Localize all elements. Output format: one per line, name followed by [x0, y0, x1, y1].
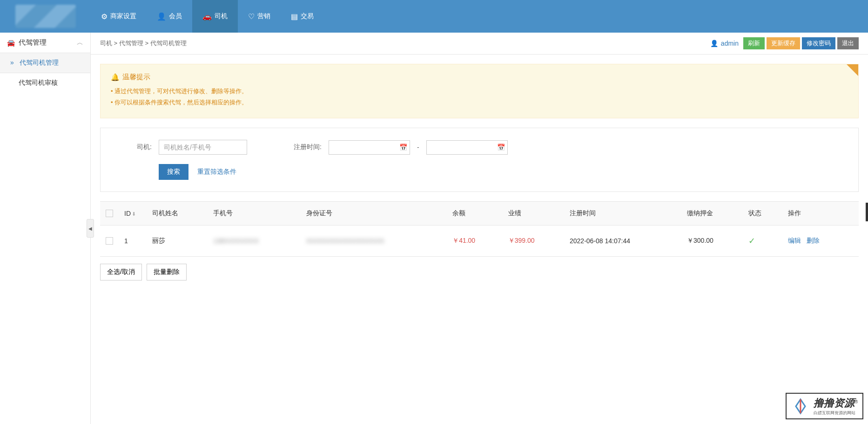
th-balance: 余额	[447, 202, 503, 226]
cell-status: ✓	[743, 226, 782, 257]
sidebar-item-driver-audit[interactable]: 代驾司机审核	[0, 73, 90, 93]
chevron-up-icon: ︿	[77, 39, 83, 47]
row-checkbox[interactable]	[106, 237, 113, 245]
cell-name: 丽莎	[147, 226, 208, 257]
select-all-checkbox[interactable]	[106, 210, 113, 217]
main-nav: ⚙ 商家设置 👤 会员 🚗 司机 ♡ 营销 ▤ 交易	[91, 0, 324, 33]
cell-balance: ￥41.00	[447, 226, 503, 257]
nav-members[interactable]: 👤 会员	[147, 0, 192, 33]
watermark: 撸撸资源® 白嫖互联网资源的网站	[786, 393, 863, 419]
top-action-buttons: 刷新 更新缓存 修改密码 退出	[743, 37, 859, 49]
cell-regtime: 2022-06-08 14:07:44	[564, 226, 681, 257]
car-icon: 🚗	[202, 12, 212, 21]
sort-icon: ⬇	[132, 211, 136, 217]
driver-label: 司机:	[112, 143, 152, 151]
update-cache-button[interactable]: 更新缓存	[767, 37, 800, 49]
sidebar-title: 代驾管理	[19, 38, 73, 47]
reset-filter-link[interactable]: 重置筛选条件	[197, 168, 236, 175]
edit-link[interactable]: 编辑	[788, 237, 801, 244]
nav-merchant-settings[interactable]: ⚙ 商家设置	[91, 0, 147, 33]
user-icon: 👤	[710, 40, 718, 47]
notice-line: 你可以根据条件搜索代驾，然后选择相应的操作。	[111, 98, 848, 107]
search-panel: 司机: 注册时间: 📅 - 📅 搜索 重置筛选条件	[100, 128, 859, 192]
sidebar: 🚘 代驾管理 ︿ 代驾司机管理 代驾司机审核 ◀	[0, 33, 91, 424]
clipboard-icon: ▤	[291, 12, 298, 21]
drivers-table: ID⬇ 司机姓名 手机号 身份证号 余额 业绩 注册时间 缴纳押金 状态 操作	[100, 201, 859, 257]
breadcrumb: 司机 > 代驾管理 > 代驾司机管理	[100, 39, 710, 48]
batch-delete-button[interactable]: 批量删除	[147, 264, 187, 280]
car-icon: 🚘	[7, 39, 15, 47]
date-from-input[interactable]	[329, 140, 410, 155]
th-performance: 业绩	[503, 202, 564, 226]
logo-image	[15, 5, 76, 28]
cell-deposit: ￥300.00	[681, 226, 743, 257]
bell-icon: 🔔	[111, 73, 120, 82]
cell-phone: 138XXXXXXXX	[208, 226, 301, 257]
nav-drivers[interactable]: 🚗 司机	[192, 0, 238, 33]
user-info[interactable]: 👤 admin	[710, 40, 739, 47]
gear-icon: ⚙	[101, 12, 108, 21]
cell-performance: ￥399.00	[503, 226, 564, 257]
watermark-text: 撸撸资源	[814, 397, 855, 409]
username: admin	[721, 40, 739, 47]
watermark-logo-icon	[791, 397, 810, 416]
sidebar-collapse-handle[interactable]: ◀	[87, 219, 94, 238]
sidebar-header[interactable]: 🚘 代驾管理 ︿	[0, 33, 90, 53]
logo[interactable]	[0, 0, 91, 33]
th-deposit: 缴纳押金	[681, 202, 743, 226]
nav-label: 会员	[169, 12, 182, 21]
cell-idcard: XXXXXXXXXXXXXXXXXX	[301, 226, 447, 257]
th-id[interactable]: ID⬇	[119, 202, 147, 226]
driver-input[interactable]	[159, 140, 247, 155]
th-action: 操作	[782, 202, 859, 226]
date-dash: -	[417, 144, 419, 151]
nav-label: 营销	[257, 12, 270, 21]
th-status: 状态	[743, 202, 782, 226]
notice-corner-icon	[847, 64, 858, 76]
bottom-actions: 全选/取消 批量删除	[100, 264, 859, 280]
sidebar-item-driver-manage[interactable]: 代驾司机管理	[0, 53, 90, 73]
change-password-button[interactable]: 修改密码	[802, 37, 835, 49]
table-header-row: ID⬇ 司机姓名 手机号 身份证号 余额 业绩 注册时间 缴纳押金 状态 操作	[100, 202, 859, 226]
nav-label: 商家设置	[110, 12, 136, 21]
chat-icon: ♡	[248, 12, 255, 21]
main-content: 司机 > 代驾管理 > 代驾司机管理 👤 admin 刷新 更新缓存 修改密码 …	[91, 33, 868, 424]
regtime-label: 注册时间:	[282, 143, 322, 151]
nav-transactions[interactable]: ▤ 交易	[281, 0, 324, 33]
th-phone: 手机号	[208, 202, 301, 226]
header: ⚙ 商家设置 👤 会员 🚗 司机 ♡ 营销 ▤ 交易	[0, 0, 868, 33]
th-idcard: 身份证号	[301, 202, 447, 226]
check-icon: ✓	[748, 236, 755, 246]
nav-label: 司机	[215, 12, 228, 21]
select-all-button[interactable]: 全选/取消	[100, 264, 142, 280]
logout-button[interactable]: 退出	[837, 37, 859, 49]
date-to-input[interactable]	[426, 140, 508, 155]
topbar: 司机 > 代驾管理 > 代驾司机管理 👤 admin 刷新 更新缓存 修改密码 …	[91, 33, 868, 55]
sidebar-item-label: 代驾司机审核	[19, 79, 58, 86]
side-scroll-indicator	[866, 203, 868, 221]
cell-id: 1	[119, 226, 147, 257]
notice-box: 🔔 温馨提示 通过代驾管理，可对代驾进行修改、删除等操作。 你可以根据条件搜索代…	[100, 64, 859, 118]
delete-link[interactable]: 删除	[807, 237, 820, 244]
nav-marketing[interactable]: ♡ 营销	[238, 0, 281, 33]
refresh-button[interactable]: 刷新	[743, 37, 765, 49]
cell-actions: 编辑 删除	[782, 226, 859, 257]
th-name: 司机姓名	[147, 202, 208, 226]
table-row: 1 丽莎 138XXXXXXXX XXXXXXXXXXXXXXXXXX ￥41.…	[100, 226, 859, 257]
watermark-subtitle: 白嫖互联网资源的网站	[814, 410, 858, 416]
user-icon: 👤	[157, 12, 166, 21]
notice-line: 通过代驾管理，可对代驾进行修改、删除等操作。	[111, 87, 848, 96]
sidebar-item-label: 代驾司机管理	[20, 59, 59, 66]
th-regtime: 注册时间	[564, 202, 681, 226]
notice-title: 🔔 温馨提示	[111, 73, 848, 82]
search-button[interactable]: 搜索	[159, 164, 188, 180]
nav-label: 交易	[301, 12, 314, 21]
